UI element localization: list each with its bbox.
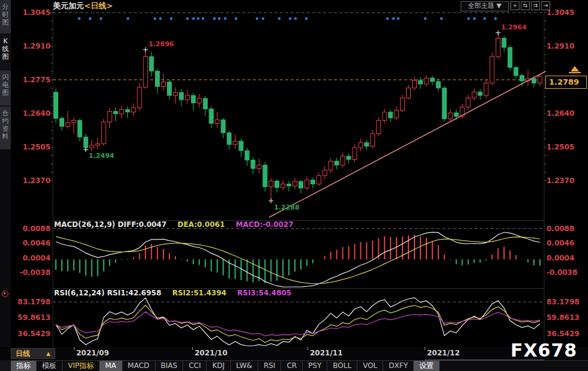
event-dot[interactable] (386, 17, 389, 20)
chart-canvas[interactable]: 1.24941.28961.22881.2964 (0, 0, 588, 371)
event-dot[interactable] (278, 17, 280, 20)
indicator-tab-MA[interactable]: MA (100, 361, 123, 371)
candle-body (395, 110, 399, 118)
event-dot[interactable] (494, 17, 497, 20)
event-dot[interactable] (424, 17, 426, 20)
event-dot[interactable] (483, 17, 486, 20)
indicator-tab-LW&[interactable]: LW& (231, 361, 258, 371)
event-dot[interactable] (127, 17, 129, 20)
axis-label: 0.0046 (16, 239, 50, 247)
date-axis-row: 日线 ▲ 2021/092021/102021/112021/12 (0, 347, 588, 360)
candle-body (520, 76, 524, 81)
indicator-tab-VIP指标[interactable]: VIP指标 (62, 361, 100, 371)
event-dot[interactable] (392, 17, 395, 20)
candle-body (490, 56, 494, 83)
event-dot[interactable] (440, 17, 443, 20)
event-dot[interactable] (186, 17, 189, 20)
date-tick (308, 347, 308, 350)
event-dot[interactable] (262, 17, 264, 20)
indicator-tab-CR[interactable]: CR (281, 361, 303, 371)
indicator-tab-VOL[interactable]: VOL (357, 361, 383, 371)
macd-dea-value: DEA:0.0061 (177, 220, 225, 229)
theme-dropdown-button[interactable]: 全部主题 ▼ (461, 1, 509, 11)
candle-body (95, 143, 100, 145)
axis-label: -0.0038 (547, 268, 586, 277)
indicator-toolbar: 指标模板VIP指标MAMACDBIASCCIKDJLW&RSICRPSYBOLL… (11, 360, 588, 371)
zoom-x-axis-icon[interactable]: ⇆ (521, 1, 530, 10)
candle-body (65, 123, 70, 127)
indicator-tab-PSY[interactable]: PSY (303, 361, 327, 371)
sidebar-tab-闪电图[interactable]: 闪电图 (0, 70, 11, 106)
event-dot[interactable] (192, 17, 195, 20)
event-dot[interactable] (224, 17, 226, 20)
indicator-tab-CCI[interactable]: CCI (183, 361, 207, 371)
axis-label: 1.2775 (16, 76, 50, 84)
macd-diff-line (56, 232, 540, 287)
event-dot[interactable] (202, 17, 204, 20)
event-dot[interactable] (154, 17, 156, 20)
event-dot[interactable] (305, 17, 308, 20)
candle-body (168, 82, 172, 95)
event-dot[interactable] (197, 17, 199, 20)
event-dot[interactable] (159, 17, 162, 20)
event-dot[interactable] (78, 17, 80, 20)
event-dot[interactable] (89, 17, 91, 20)
sidebar-tab-分时图[interactable]: 分时图 (0, 0, 11, 34)
candle-body (454, 113, 458, 116)
indicator-tab-BOLL[interactable]: BOLL (327, 361, 357, 371)
candle-body (287, 184, 291, 186)
event-dot[interactable] (218, 17, 220, 20)
move-tool-icon[interactable]: + (511, 1, 520, 10)
axis-label: 1.2910 (16, 42, 50, 50)
axis-label: 59.8613 (16, 313, 50, 322)
indicator-tab-设置[interactable]: 设置 (414, 361, 440, 371)
candle-body (299, 181, 303, 188)
zoom-y-axis-icon[interactable]: ⇉ (531, 1, 540, 10)
candle-body (281, 184, 285, 188)
alert-burst-icon[interactable] (2, 291, 8, 297)
event-dot[interactable] (256, 17, 258, 20)
price-up-arrow-icon (571, 66, 579, 71)
event-dot[interactable] (294, 17, 297, 20)
event-dot[interactable] (467, 17, 470, 20)
candle-body (532, 79, 536, 83)
candle-body (257, 165, 261, 169)
rsi2-line (56, 305, 540, 342)
indicator-tab-KDJ[interactable]: KDJ (207, 361, 231, 371)
date-tick (74, 347, 74, 350)
candle-body (365, 143, 369, 146)
axis-label: 1.3045 (547, 8, 586, 17)
axis-label: 1.2640 (16, 109, 50, 118)
period-selector-button[interactable]: 日线 ▲ (11, 348, 55, 359)
axis-label: 36.5429 (16, 330, 50, 338)
event-dot[interactable] (235, 17, 237, 20)
candle-body (179, 92, 183, 100)
candle-body (77, 120, 82, 137)
sidebar-tab-K线图[interactable]: K线图 (0, 34, 11, 70)
candle-body (353, 148, 357, 160)
candle-body (293, 181, 297, 186)
candle-body (185, 95, 189, 100)
event-dot[interactable] (397, 17, 399, 20)
indicator-tab-RSI[interactable]: RSI (258, 361, 282, 371)
axis-label: 0.0046 (547, 239, 586, 247)
event-dot[interactable] (473, 17, 476, 20)
indicator-tab-BIAS[interactable]: BIAS (156, 361, 184, 371)
event-dot[interactable] (100, 17, 102, 20)
indicator-tab-模板[interactable]: 模板 (37, 361, 62, 371)
candle-body (191, 95, 195, 103)
sidebar-tab-合约资料[interactable]: 合约资料 (0, 106, 11, 150)
candle-body (83, 137, 88, 148)
event-dot[interactable] (213, 17, 216, 20)
axis-label: 0.0004 (16, 254, 50, 262)
event-dot[interactable] (289, 17, 291, 20)
axis-label: 59.8613 (547, 313, 586, 322)
axis-label: 0.0004 (547, 254, 586, 262)
chevron-down-icon: ▼ (497, 2, 502, 10)
indicator-tab-MACD[interactable]: MACD (123, 361, 156, 371)
event-dot[interactable] (170, 17, 172, 20)
watermark: FX678 (511, 340, 577, 361)
pan-right-icon[interactable]: ⇥ (541, 1, 550, 10)
indicator-tab-DXFY[interactable]: DXFY (383, 361, 414, 371)
indicator-tab-指标[interactable]: 指标 (11, 361, 37, 371)
